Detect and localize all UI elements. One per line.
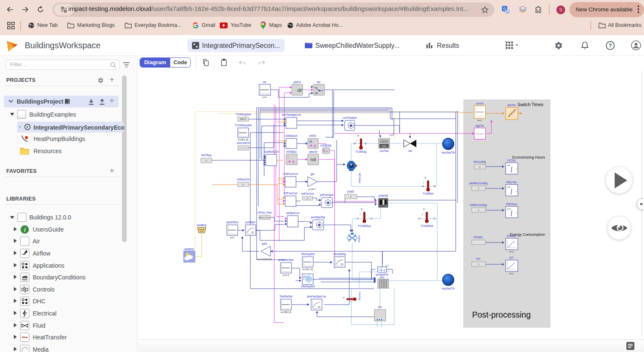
svg-text:0: 0	[478, 209, 479, 211]
svg-text:PHVAC: PHVAC	[474, 236, 483, 239]
svg-text:TAirSupSet: TAirSupSet	[301, 253, 315, 256]
svg-text:y: y	[516, 211, 517, 214]
svg-text:I: I	[288, 155, 289, 159]
svg-text:k=291.15: k=291.15	[303, 268, 314, 271]
svg-text:conInt: conInt	[476, 102, 483, 105]
svg-text:expVesCW: expVesCW	[441, 151, 455, 154]
svg-text:k=1: k=1	[507, 164, 511, 167]
svg-text:T: T	[303, 279, 304, 281]
svg-text:FMCHou: FMCHou	[506, 203, 517, 206]
svg-text:freCooSig: freCooSig	[474, 160, 486, 164]
svg-text:k=1: k=1	[478, 119, 482, 122]
svg-text:PIT: PIT	[476, 258, 480, 261]
svg-text:val: val	[408, 149, 412, 152]
svg-text:fulMecCooSig: fulMecCooSig	[470, 203, 487, 207]
svg-text:k=1: k=1	[507, 186, 511, 188]
svg-text:TCWSup: TCWSup	[356, 150, 367, 154]
svg-text:TCWRet: TCWRet	[423, 192, 434, 195]
svg-text:0: 0	[243, 183, 244, 186]
svg-text:wseOn: wseOn	[309, 150, 318, 153]
svg-text:TCHWSupSet: TCHWSupSet	[235, 124, 252, 127]
svg-text:phiAirRetSet: phiAirRetSet	[278, 258, 294, 262]
svg-text:notFreCoo: notFreCoo	[301, 192, 314, 195]
svg-text:k=34.7: k=34.7	[309, 188, 317, 190]
svg-text:cooTowSpe: cooTowSpe	[343, 116, 357, 120]
svg-text:TCHWRet: TCHWRet	[421, 224, 433, 227]
svg-text:ahu: ahu	[380, 284, 383, 286]
svg-text:weather: weather	[184, 248, 194, 250]
svg-text:k=0.0000125: k=0.0000125	[257, 258, 273, 261]
svg-text:towTApp: towTApp	[201, 154, 212, 157]
svg-text:EHVAC: EHVAC	[507, 235, 516, 237]
svg-text:k=1: k=1	[230, 236, 235, 239]
svg-text:gai1: gai1	[262, 242, 267, 245]
svg-text:chiNumOn: chiNumOn	[237, 178, 250, 181]
svg-text:pumSpeSig: pumSpeSig	[311, 216, 325, 219]
svg-text:TAirRetSet: TAirRetSet	[279, 295, 292, 298]
svg-text:✱: ✱	[326, 201, 330, 205]
svg-text:FCTim: FCTim	[507, 159, 515, 162]
svg-text:T: T	[424, 177, 426, 180]
svg-text:not: not	[310, 157, 316, 162]
svg-text:York: York	[382, 145, 387, 147]
svg-text:T: T	[423, 208, 425, 211]
svg-text:dpSetSca: dpSetSca	[226, 221, 239, 224]
svg-text:valByp: valByp	[358, 235, 361, 243]
svg-text:y: y	[516, 190, 517, 192]
svg-text:XAirSupSet: XAirSupSet	[301, 285, 315, 288]
svg-text:pumSpe: pumSpe	[245, 221, 256, 224]
svg-text:PriPumCon: PriPumCon	[283, 192, 298, 195]
svg-text:cooLeaChi: cooLeaChi	[236, 141, 249, 144]
svg-text:roo: roo	[378, 305, 382, 308]
svg-text:weaBus: weaBus	[196, 224, 207, 227]
svg-text:chiOn: chiOn	[309, 134, 317, 137]
svg-text:MChiWat: MChiWat	[358, 173, 361, 183]
svg-text:swiTim: swiTim	[507, 104, 516, 107]
svg-text:Switch Times: Switch Times	[517, 102, 543, 107]
svg-text:k=298.15: k=298.15	[281, 311, 292, 313]
svg-text:gai: gai	[311, 172, 314, 176]
svg-text:expVesChi: expVesChi	[441, 287, 454, 290]
svg-text:true: true	[315, 87, 317, 89]
svg-text:k=1: k=1	[509, 250, 514, 253]
svg-text:0: 0	[478, 187, 479, 190]
svg-text:ahuValSig: ahuValSig	[333, 253, 346, 256]
svg-text:PMCTim: PMCTim	[506, 181, 517, 184]
svg-text:T: T	[343, 297, 345, 299]
svg-text:AHRE.prf_5514_flo: AHRE.prf_5514_flo	[259, 217, 270, 219]
svg-text:cooTow: cooTow	[379, 149, 389, 152]
svg-text:sel: sel	[317, 81, 321, 83]
svg-text:varSpeCon: varSpeCon	[286, 211, 300, 215]
svg-text:cooTowSpeCon: cooTowSpeCon	[282, 113, 301, 117]
svg-text:change(): change()	[475, 133, 484, 135]
svg-text:PI: PI	[318, 306, 320, 308]
svg-text:sigChe: sigChe	[475, 124, 484, 128]
svg-text:✱: ✱	[317, 223, 321, 227]
svg-text:parMecCooSig: parMecCooSig	[470, 182, 488, 185]
svg-text:k=1: k=1	[509, 272, 514, 275]
svg-text:priPumSpe: priPumSpe	[320, 193, 334, 197]
svg-text:chiOnSta: chiOnSta	[320, 144, 332, 147]
svg-text:false: false	[315, 93, 318, 94]
svg-text:intToBoo: intToBoo	[286, 150, 297, 153]
svg-text:0: 0	[478, 263, 479, 266]
svg-text:1: 1	[307, 197, 308, 200]
svg-text:TAirSup: TAirSup	[358, 292, 361, 301]
svg-text:zer: zer	[262, 81, 267, 83]
svg-text:0: 0	[350, 196, 351, 198]
svg-text:X_w: X_w	[311, 279, 314, 280]
svg-text:0: 0	[479, 166, 480, 168]
svg-text:EIT: EIT	[509, 256, 514, 259]
svg-text:p_rel: p_rel	[385, 264, 389, 266]
svg-text:R: R	[309, 140, 312, 144]
svg-text:TCWSupSet: TCWSupSet	[236, 113, 251, 116]
svg-text:PI: PI	[341, 263, 343, 266]
svg-text:k=1: k=1	[507, 208, 511, 210]
svg-text:yVal5: yVal5	[347, 190, 354, 193]
svg-text:mPum_flow: mPum_flow	[257, 211, 272, 214]
svg-text:B: B	[292, 160, 295, 164]
svg-text:phi: phi	[303, 276, 306, 278]
svg-text:TCHWSup: TCHWSup	[358, 224, 371, 228]
svg-text:T: T	[357, 135, 359, 138]
svg-text:0: 0	[206, 159, 207, 162]
